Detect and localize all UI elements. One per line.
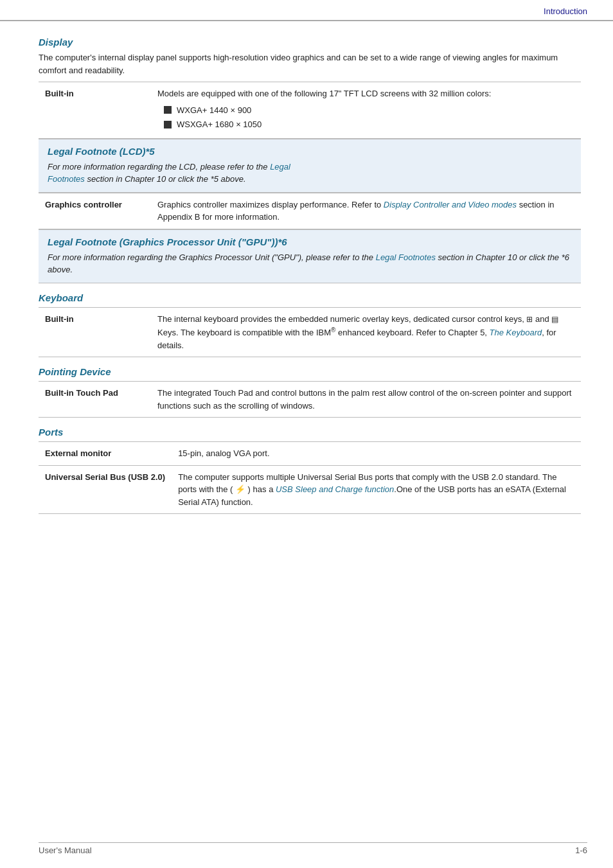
footer-right: 1-6 xyxy=(575,846,587,855)
legal-gpu-link-6[interactable]: *6 xyxy=(278,236,287,247)
touchpad-content: The integrated Touch Pad and control but… xyxy=(151,382,581,418)
legal-footnotes-link-gpu[interactable]: Legal Footnotes xyxy=(376,252,436,262)
keyboard-section: Keyboard Built-in The internal keyboard … xyxy=(39,283,581,358)
footer-left: User's Manual xyxy=(39,846,92,855)
usb-sleep-charge-link[interactable]: USB Sleep and Charge function xyxy=(276,484,394,494)
graphics-content: Graphics controller maximizes display pe… xyxy=(151,193,581,229)
keyboard-link[interactable]: The Keyboard xyxy=(490,328,542,337)
page-footer: User's Manual 1-6 xyxy=(39,842,587,855)
table-row: Built-in The internal keyboard provides … xyxy=(39,307,581,357)
graphics-section: Graphics controller Graphics controller … xyxy=(39,193,581,229)
table-row: External monitor 15-pin, analog VGA port… xyxy=(39,442,581,466)
legal-gpu-title: Legal Footnote (Graphics Processor Unit … xyxy=(48,236,572,247)
display-controller-link[interactable]: Display Controller and Video modes xyxy=(384,200,517,209)
bullet-icon xyxy=(164,121,172,128)
pointing-device-title: Pointing Device xyxy=(39,357,581,381)
legal-lcd-title-text: Legal Footnote (LCD) xyxy=(48,146,145,157)
display-table: Built-in Models are equipped with one of… xyxy=(39,82,581,139)
legal-lcd-link-5[interactable]: *5 xyxy=(145,146,154,157)
display-title: Display xyxy=(39,28,581,51)
keyboard-table: Built-in The internal keyboard provides … xyxy=(39,307,581,358)
legal-footnotes-link-lcd[interactable]: LegalFootnotes xyxy=(48,162,290,184)
resolution-1: WXGA+ 1440 × 900 xyxy=(177,104,251,117)
ports-title: Ports xyxy=(39,418,581,441)
legal-gpu-body: For more information regarding the Graph… xyxy=(48,251,572,276)
table-row: Universal Serial Bus (USB 2.0) The compu… xyxy=(39,465,581,514)
table-row: Built-in Models are equipped with one of… xyxy=(39,82,581,139)
table-row: Built-in Touch Pad The integrated Touch … xyxy=(39,382,581,418)
resolution-list: WXGA+ 1440 × 900 WSXGA+ 1680 × 1050 xyxy=(157,104,574,131)
pointing-device-section: Pointing Device Built-in Touch Pad The i… xyxy=(39,357,581,418)
windows-key-icon: ⊞ xyxy=(526,314,533,325)
keyboard-title: Keyboard xyxy=(39,283,581,307)
legal-lcd-section: Legal Footnote (LCD)*5 For more informat… xyxy=(39,139,581,193)
keyboard-content: The internal keyboard provides the embed… xyxy=(151,307,581,357)
menu-key-icon: ▤ xyxy=(551,314,558,325)
page-content: Display The computer's internal display … xyxy=(0,21,613,533)
resolution-2: WSXGA+ 1680 × 1050 xyxy=(177,118,262,131)
built-in-label: Built-in xyxy=(39,82,151,139)
list-item: WSXGA+ 1680 × 1050 xyxy=(164,118,574,131)
keyboard-label: Built-in xyxy=(39,307,151,357)
display-intro: The computer's internal display panel su… xyxy=(39,51,581,76)
pointing-device-table: Built-in Touch Pad The integrated Touch … xyxy=(39,381,581,418)
usb-label: Universal Serial Bus (USB 2.0) xyxy=(39,465,172,514)
legal-lcd-title: Legal Footnote (LCD)*5 xyxy=(48,146,572,157)
external-monitor-content: 15-pin, analog VGA port. xyxy=(172,442,581,466)
header-label: Introduction xyxy=(544,6,587,16)
bullet-icon xyxy=(164,106,172,114)
touchpad-label: Built-in Touch Pad xyxy=(39,382,151,418)
ports-section: Ports External monitor 15-pin, analog VG… xyxy=(39,418,581,514)
built-in-content: Models are equipped with one of the foll… xyxy=(151,82,581,139)
graphics-label: Graphics controller xyxy=(39,193,151,229)
page-header: Introduction xyxy=(0,0,613,21)
graphics-table: Graphics controller Graphics controller … xyxy=(39,193,581,229)
list-item: WXGA+ 1440 × 900 xyxy=(164,104,574,117)
external-monitor-label: External monitor xyxy=(39,442,172,466)
built-in-text: Models are equipped with one of the foll… xyxy=(157,89,491,98)
usb-content: The computer supports multiple Universal… xyxy=(172,465,581,514)
legal-lcd-body: For more information regarding the LCD, … xyxy=(48,161,572,186)
ports-table: External monitor 15-pin, analog VGA port… xyxy=(39,441,581,514)
table-row: Graphics controller Graphics controller … xyxy=(39,193,581,229)
legal-gpu-section: Legal Footnote (Graphics Processor Unit … xyxy=(39,229,581,283)
display-section: Display The computer's internal display … xyxy=(39,28,581,139)
legal-gpu-title-text: Legal Footnote (Graphics Processor Unit … xyxy=(48,236,278,247)
